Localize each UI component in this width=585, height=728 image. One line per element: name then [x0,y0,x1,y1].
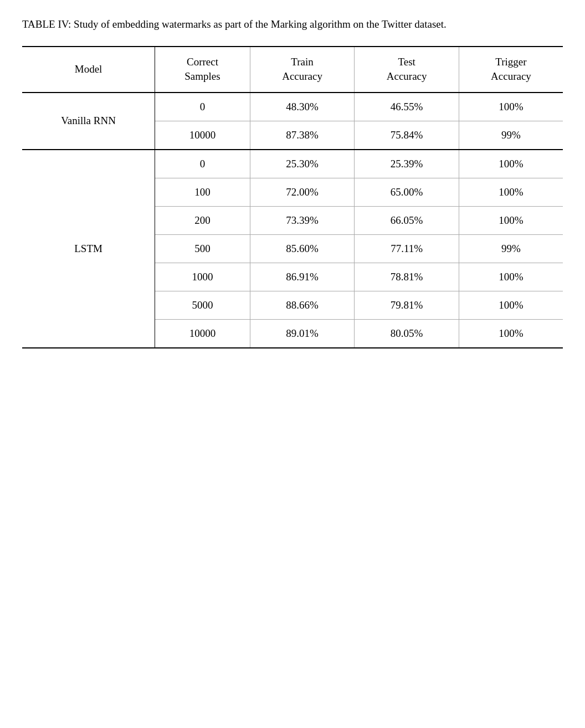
test-cell: 78.81% [355,263,459,291]
correct-cell: 100 [155,178,250,206]
trigger-cell: 100% [459,93,563,121]
trigger-cell: 100% [459,178,563,206]
correct-cell: 500 [155,234,250,263]
train-accuracy-header: TrainAccuracy [250,47,355,93]
trigger-cell: 99% [459,121,563,150]
train-cell: 87.38% [250,121,355,150]
table-body: Vanilla RNN048.30%46.55%100%1000087.38%7… [22,93,563,348]
correct-cell: 5000 [155,291,250,319]
trigger-cell: 100% [459,319,563,348]
test-cell: 65.00% [355,178,459,206]
header-row: Model CorrectSamples TrainAccuracy TestA… [22,47,563,93]
test-cell: 66.05% [355,206,459,234]
trigger-cell: 100% [459,263,563,291]
train-cell: 72.00% [250,178,355,206]
test-cell: 25.39% [355,150,459,178]
trigger-cell: 100% [459,291,563,319]
train-cell: 86.91% [250,263,355,291]
table-wrapper: Model CorrectSamples TrainAccuracy TestA… [22,46,563,350]
table-footer [22,348,563,350]
model-cell: Vanilla RNN [22,93,155,150]
data-table: Model CorrectSamples TrainAccuracy TestA… [22,46,563,350]
correct-cell: 1000 [155,263,250,291]
test-cell: 77.11% [355,234,459,263]
test-cell: 46.55% [355,93,459,121]
caption-text: Study of embedding watermarks as part of… [74,18,447,30]
table-row: LSTM025.30%25.39%100% [22,150,563,178]
trigger-cell: 100% [459,206,563,234]
trigger-cell: 99% [459,234,563,263]
caption: TABLE IV: Study of embedding watermarks … [22,17,563,33]
test-cell: 75.84% [355,121,459,150]
train-cell: 85.60% [250,234,355,263]
table-header: Model CorrectSamples TrainAccuracy TestA… [22,47,563,93]
trigger-accuracy-header: TriggerAccuracy [459,47,563,93]
correct-cell: 200 [155,206,250,234]
table-row: Vanilla RNN048.30%46.55%100% [22,93,563,121]
train-cell: 48.30% [250,93,355,121]
correct-samples-header: CorrectSamples [155,47,250,93]
correct-cell: 10000 [155,319,250,348]
train-cell: 73.39% [250,206,355,234]
test-cell: 79.81% [355,291,459,319]
model-cell: LSTM [22,150,155,348]
correct-cell: 10000 [155,121,250,150]
test-cell: 80.05% [355,319,459,348]
trigger-cell: 100% [459,150,563,178]
test-accuracy-header: TestAccuracy [355,47,459,93]
train-cell: 88.66% [250,291,355,319]
train-cell: 89.01% [250,319,355,348]
train-cell: 25.30% [250,150,355,178]
model-header: Model [22,47,155,93]
correct-cell: 0 [155,93,250,121]
table-label: TABLE IV: [22,18,71,30]
correct-cell: 0 [155,150,250,178]
